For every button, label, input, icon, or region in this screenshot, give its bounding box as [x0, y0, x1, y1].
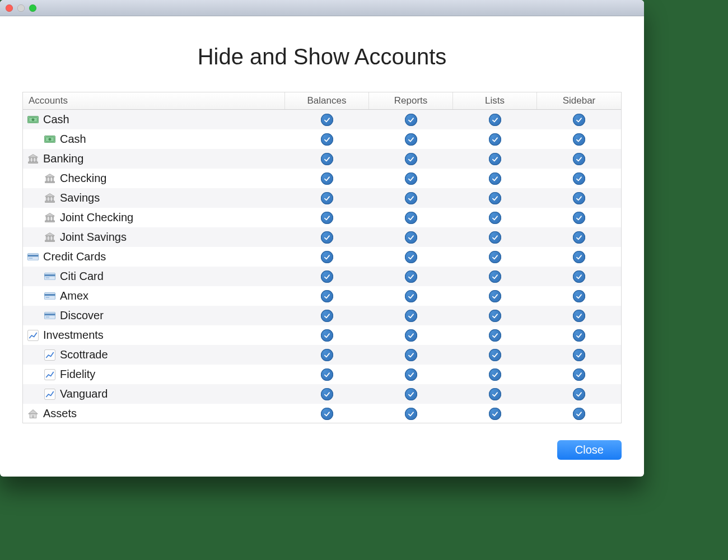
svg-rect-29 [45, 221, 55, 222]
checkbox[interactable] [489, 310, 501, 322]
check-cell [537, 408, 621, 420]
check-cell [285, 172, 369, 185]
checkbox[interactable] [573, 408, 585, 420]
checkbox[interactable] [321, 153, 333, 165]
checkbox[interactable] [489, 172, 501, 185]
checkbox[interactable] [405, 349, 417, 361]
check-cell [537, 172, 621, 185]
check-cell [285, 231, 369, 244]
checkbox[interactable] [321, 231, 333, 244]
checkbox[interactable] [321, 310, 333, 322]
checkbox[interactable] [573, 349, 585, 361]
checkbox[interactable] [405, 368, 417, 381]
window-minimize-icon[interactable] [17, 4, 25, 12]
checkbox[interactable] [573, 114, 585, 126]
check-cell [285, 368, 369, 381]
account-cell: Discover [23, 309, 285, 322]
checkbox[interactable] [405, 114, 417, 126]
checkbox[interactable] [321, 388, 333, 400]
checkbox[interactable] [405, 251, 417, 263]
checkbox[interactable] [489, 192, 501, 204]
checkbox[interactable] [489, 388, 501, 400]
column-header-lists[interactable]: Lists [453, 92, 537, 109]
svg-rect-34 [52, 236, 54, 240]
checkbox[interactable] [489, 153, 501, 165]
svg-rect-40 [44, 274, 55, 276]
checkbox[interactable] [405, 192, 417, 204]
checkbox[interactable] [489, 133, 501, 146]
checkbox[interactable] [573, 368, 585, 381]
column-header-accounts[interactable]: Accounts [23, 92, 285, 109]
checkbox[interactable] [573, 329, 585, 342]
window-close-icon[interactable] [6, 4, 13, 12]
check-cell [537, 329, 621, 342]
account-label: Cash [60, 133, 86, 146]
checkbox[interactable] [405, 290, 417, 302]
checkbox[interactable] [321, 408, 333, 420]
svg-point-2 [32, 118, 35, 121]
account-label: Banking [43, 152, 83, 165]
checkbox[interactable] [573, 388, 585, 400]
checkbox[interactable] [321, 212, 333, 224]
checkbox[interactable] [405, 270, 417, 283]
column-header-reports[interactable]: Reports [369, 92, 453, 109]
checkbox[interactable] [573, 133, 585, 146]
table-row: Citi Card [23, 267, 621, 286]
checkbox[interactable] [405, 153, 417, 165]
account-cell: Credit Cards [23, 250, 285, 263]
checkbox[interactable] [405, 329, 417, 342]
checkbox[interactable] [573, 270, 585, 283]
checkbox[interactable] [489, 270, 501, 283]
checkbox[interactable] [321, 172, 333, 185]
checkbox[interactable] [321, 251, 333, 263]
table-row: Cash [23, 129, 621, 149]
account-label: Cash [43, 113, 69, 126]
check-cell [285, 133, 369, 146]
checkbox[interactable] [405, 310, 417, 322]
checkbox[interactable] [489, 290, 501, 302]
checkbox[interactable] [573, 192, 585, 204]
checkbox[interactable] [321, 192, 333, 204]
checkbox[interactable] [321, 114, 333, 126]
checkbox[interactable] [405, 231, 417, 244]
account-cell: Assets [23, 407, 285, 420]
checkbox[interactable] [321, 329, 333, 342]
check-cell [285, 251, 369, 263]
checkbox[interactable] [573, 290, 585, 302]
checkbox[interactable] [405, 388, 417, 400]
checkbox[interactable] [321, 349, 333, 361]
checkbox[interactable] [489, 212, 501, 224]
check-cell [453, 153, 537, 165]
checkbox[interactable] [489, 231, 501, 244]
column-header-sidebar[interactable]: Sidebar [537, 92, 621, 109]
bank-icon [44, 232, 55, 243]
checkbox[interactable] [321, 133, 333, 146]
checkbox[interactable] [573, 310, 585, 322]
checkbox[interactable] [489, 408, 501, 420]
svg-rect-23 [45, 201, 55, 203]
checkbox[interactable] [489, 251, 501, 263]
check-cell [453, 388, 537, 400]
close-button[interactable]: Close [557, 440, 622, 460]
checkbox[interactable] [321, 368, 333, 381]
checkbox[interactable] [489, 114, 501, 126]
checkbox[interactable] [321, 270, 333, 283]
column-header-balances[interactable]: Balances [285, 92, 369, 109]
checkbox[interactable] [405, 212, 417, 224]
window-zoom-icon[interactable] [29, 4, 36, 12]
checkbox[interactable] [405, 408, 417, 420]
checkbox[interactable] [489, 329, 501, 342]
checkbox[interactable] [321, 290, 333, 302]
checkbox[interactable] [573, 153, 585, 165]
checkbox[interactable] [405, 133, 417, 146]
titlebar[interactable] [0, 0, 644, 16]
checkbox[interactable] [489, 368, 501, 381]
checkbox[interactable] [573, 231, 585, 244]
checkbox[interactable] [573, 212, 585, 224]
svg-rect-32 [46, 236, 48, 240]
account-cell: Fidelity [23, 368, 285, 381]
checkbox[interactable] [489, 349, 501, 361]
checkbox[interactable] [405, 172, 417, 185]
checkbox[interactable] [573, 172, 585, 185]
checkbox[interactable] [573, 251, 585, 263]
